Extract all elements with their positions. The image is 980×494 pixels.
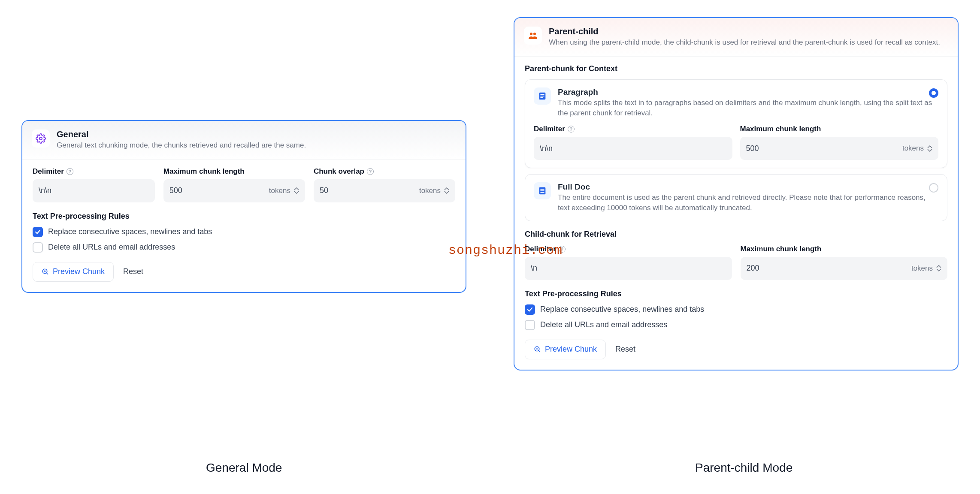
svg-line-2 — [46, 273, 48, 274]
svg-rect-10 — [540, 97, 543, 98]
paragraph-delimiter-input[interactable] — [540, 144, 726, 153]
paragraph-maxlen-input[interactable] — [746, 144, 902, 153]
document-lines-icon — [534, 87, 551, 105]
preview-chunk-button[interactable]: Preview Chunk — [33, 262, 114, 282]
rule-delete-urls: Delete all URLs and email addresses — [33, 242, 455, 253]
parent-title: Parent-child — [549, 27, 940, 36]
general-header: General General text chunking mode, the … — [22, 121, 466, 160]
overlap-input[interactable] — [320, 186, 419, 195]
delimiter-label: Delimiter ? — [33, 167, 155, 176]
people-icon — [524, 27, 542, 45]
parent-rules-title: Text Pre-processing Rules — [525, 289, 947, 298]
rules-title: Text Pre-processing Rules — [33, 212, 455, 221]
parent-child-mode-panel: Parent-child When using the parent-child… — [514, 17, 959, 370]
general-title: General — [57, 130, 306, 139]
svg-point-0 — [39, 137, 42, 140]
reset-button[interactable]: Reset — [123, 267, 143, 276]
document-full-icon — [534, 182, 551, 199]
number-stepper[interactable] — [927, 145, 932, 152]
child-maxlen-label: Maximum chunk length — [741, 245, 948, 253]
child-title: Child-chunk for Retrieval — [525, 230, 947, 239]
svg-point-6 — [533, 33, 536, 35]
delimiter-input-wrap — [33, 179, 155, 202]
fulldoc-option[interactable]: Full Doc The entire document is used as … — [525, 174, 947, 221]
maxlen-input-wrap: tokens — [163, 179, 305, 202]
child-maxlen-input[interactable] — [747, 264, 911, 273]
general-desc: General text chunking mode, the chunks r… — [57, 140, 306, 151]
paragraph-delimiter-label: Delimiter ? — [534, 125, 732, 133]
delimiter-input[interactable] — [39, 186, 149, 195]
child-delimiter-input[interactable] — [531, 264, 726, 273]
rule-replace-spaces: Replace consecutive spaces, newlines and… — [33, 227, 455, 237]
overlap-label: Chunk overlap ? — [314, 167, 455, 176]
help-icon[interactable]: ? — [568, 126, 575, 133]
paragraph-maxlen-label: Maximum chunk length — [740, 125, 939, 133]
parent-rule-replace-spaces: Replace consecutive spaces, newlines and… — [525, 304, 947, 315]
paragraph-title: Paragraph — [558, 87, 938, 97]
watermark: songshuzhi.com — [448, 243, 563, 258]
number-stepper[interactable] — [294, 187, 299, 194]
checkbox-replace-spaces[interactable] — [525, 304, 535, 315]
fulldoc-desc: The entire document is used as the paren… — [558, 193, 938, 213]
maxlen-input[interactable] — [169, 186, 269, 195]
maxlen-label: Maximum chunk length — [163, 167, 305, 176]
radio-paragraph[interactable] — [929, 88, 938, 98]
context-title: Parent-chunk for Context — [525, 64, 947, 73]
paragraph-desc: This mode splits the text in to paragrap… — [558, 98, 938, 118]
svg-line-16 — [538, 350, 540, 352]
parent-rule-delete-urls: Delete all URLs and email addresses — [525, 320, 947, 330]
unit-label: tokens — [269, 187, 290, 195]
paragraph-option[interactable]: Paragraph This mode splits the text in t… — [525, 79, 947, 169]
checkbox-replace-spaces[interactable] — [33, 227, 43, 237]
svg-rect-13 — [540, 190, 544, 191]
svg-rect-8 — [540, 94, 544, 95]
caption-parent: Parent-child Mode — [695, 461, 792, 475]
preview-chunk-button[interactable]: Preview Chunk — [525, 340, 606, 359]
parent-desc: When using the parent-child mode, the ch… — [549, 37, 940, 48]
number-stepper[interactable] — [444, 187, 449, 194]
gear-icon — [32, 130, 50, 148]
help-icon[interactable]: ? — [67, 168, 73, 175]
unit-label: tokens — [419, 187, 441, 195]
svg-rect-14 — [540, 192, 544, 193]
reset-button[interactable]: Reset — [615, 345, 635, 354]
parent-header: Parent-child When using the parent-child… — [514, 18, 958, 57]
svg-rect-9 — [540, 96, 544, 96]
overlap-input-wrap: tokens — [314, 179, 455, 202]
fulldoc-title: Full Doc — [558, 182, 938, 192]
svg-point-5 — [530, 33, 532, 35]
number-stepper[interactable] — [936, 265, 941, 271]
svg-rect-12 — [540, 189, 544, 190]
caption-general: General Mode — [206, 461, 282, 475]
help-icon[interactable]: ? — [367, 168, 374, 175]
checkbox-delete-urls[interactable] — [33, 242, 43, 253]
checkbox-delete-urls[interactable] — [525, 320, 535, 330]
general-mode-panel: General General text chunking mode, the … — [21, 120, 466, 293]
